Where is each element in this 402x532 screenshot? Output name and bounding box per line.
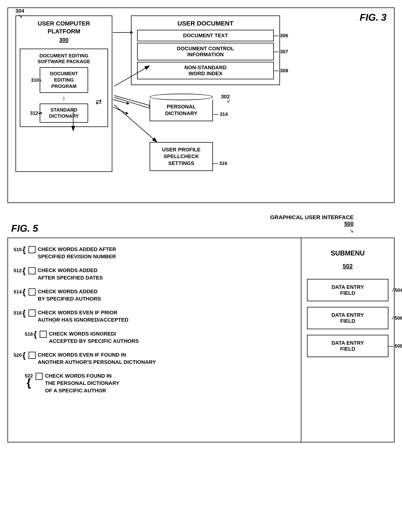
data-entry-508[interactable]: DATA ENTRYFIELD — 508 [307,335,388,357]
arrow-to-doc [113,32,131,33]
ref-308: — 308 [274,68,288,74]
fig5-label: FIG. 5 [11,223,38,234]
checkbox-row-518: 518{ CHECK WORDS IGNORED/ACCEPTED BY SPE… [25,330,295,345]
platform-title: USER COMPUTERPLATFORM [20,20,108,35]
checkbox-516[interactable] [28,310,36,317]
right-panel: SUBMENU 502 DATA ENTRYFIELD ⁄ 504 DATA E… [301,238,394,442]
standard-dict-box: STANDARDDICTIONARY 312↛ [40,103,88,123]
editing-program-title: DOCUMENTEDITINGPROGRAM [43,70,85,89]
editing-program-ref: 310​↖ [31,77,42,83]
text-516: CHECK WORDS EVEN IF PRIORAUTHOR HAS IGNO… [38,309,128,323]
checkbox-label-518: CHECK WORDS IGNORED/ACCEPTED BY SPECIFIC… [40,330,139,345]
ref-522: 522 { [25,373,33,386]
down-arrow-1: ↕ [24,93,104,103]
fig5-header: FIG. 5 GRAPHICAL USER INTERFACE 500 ↘ [7,214,395,234]
word-index-box: NON-STANDARDWORD INDEX — 308 [137,62,274,79]
checkbox-510[interactable] [28,246,36,253]
text-520: CHECK WORDS EVEN IF FOUND INANOTHER AUTH… [38,351,156,366]
ref-302-arrow: ↙ [227,98,231,103]
arrow-to-profile [113,107,128,107]
text-522: CHECK WORDS FOUND INTHE PERSONAL DICTION… [45,372,119,394]
text-510: CHECK WORDS ADDED AFTERSPECIFIED REVISIO… [38,246,116,260]
ref-510: 510{ [14,246,26,253]
gui-arrow: ↘ [270,228,354,234]
cylinder-body: PERSONALDICTIONARY — 314 [150,100,213,121]
page: FIG. 3 [7,7,395,443]
checkbox-label-510: CHECK WORDS ADDED AFTERSPECIFIED REVISIO… [28,246,116,260]
ref-307: — 307 [274,49,288,55]
checkbox-label-520: CHECK WORDS EVEN IF FOUND INANOTHER AUTH… [28,351,156,366]
fig3-section: FIG. 3 [7,7,395,203]
ref-512: 512{ [14,267,26,274]
ref-518: 518{ [25,331,37,337]
checkbox-518[interactable] [40,331,47,338]
standard-dict-title: STANDARDDICTIONARY [43,107,85,120]
doc-editing-title: DOCUMENT EDITINGSOFTWARE PACKAGE [24,53,104,64]
user-doc-box: USER DOCUMENT DOCUMENT TEXT — 306 DOCUME… [131,15,280,85]
checkbox-522[interactable] [36,373,43,380]
ref-516: 516{ [14,310,26,316]
text-518: CHECK WORDS IGNORED/ACCEPTED BY SPECIFIC… [49,330,139,345]
bidir-arrow: ⇄ [96,97,102,106]
submenu-title: SUBMENU [331,249,364,257]
fig3-diagram: USER COMPUTERPLATFORM 300 DOCUMENT EDITI… [15,15,387,183]
personal-dict-wrapper: 302 ↙ PERSONALDICTIONARY — 314 [150,94,213,121]
checkbox-row-516: 516{ CHECK WORDS EVEN IF PRIORAUTHOR HAS… [14,309,295,323]
checkbox-row-520: 520{ CHECK WORDS EVEN IF FOUND INANOTHER… [14,351,295,366]
doc-text-box: DOCUMENT TEXT — 306 [137,30,274,41]
doc-control-box: DOCUMENT CONTROLINFORMATION — 307 [137,43,274,60]
platform-number: 300 [20,37,108,43]
editing-program-box: DOCUMENTEDITINGPROGRAM 310​↖ [40,67,88,93]
fig5-main-box: 510{ CHECK WORDS ADDED AFTERSPECIFIED RE… [7,238,395,443]
ref-508: — 508 [388,343,402,349]
submenu-number: 502 [343,263,353,270]
checkbox-512[interactable] [28,267,36,274]
checkbox-label-522: CHECK WORDS FOUND INTHE PERSONAL DICTION… [36,372,119,394]
text-512: CHECK WORDS ADDEDAFTER SPECIFIED DATES [38,267,103,281]
data-entry-504[interactable]: DATA ENTRYFIELD ⁄ 504 [307,279,388,301]
left-panel: 510{ CHECK WORDS ADDED AFTERSPECIFIED RE… [8,238,301,442]
ref-520: 520{ [14,352,26,358]
gui-label-area: GRAPHICAL USER INTERFACE 500 ↘ [270,214,354,234]
checkbox-row-512: 512{ CHECK WORDS ADDEDAFTER SPECIFIED DA… [14,267,295,281]
gui-number: 500 [270,221,354,227]
ref-506: ⁄ 506 [393,315,402,321]
text-514: CHECK WORDS ADDEDBY SPECIFIED AUTHORS [38,288,101,302]
fig3-container: FIG. 3 [7,7,395,203]
user-doc-title: USER DOCUMENT [137,20,274,27]
user-profile-box: USER PROFILESPELLCHECKSETTINGS — 316 [150,142,213,171]
checkbox-label-512: CHECK WORDS ADDEDAFTER SPECIFIED DATES [28,267,103,281]
data-entry-506[interactable]: DATA ENTRYFIELD ⁄ 506 [307,307,388,329]
cylinder-top [150,94,213,100]
ref-314: — 314 [213,111,228,118]
gui-title: GRAPHICAL USER INTERFACE [270,214,354,221]
checkbox-row-514: 514{ CHECK WORDS ADDEDBY SPECIFIED AUTHO… [14,288,295,302]
fig5-section: FIG. 5 GRAPHICAL USER INTERFACE 500 ↘ 51… [7,214,395,443]
ref-316: — 316 [213,160,227,167]
checkbox-row-510: 510{ CHECK WORDS ADDED AFTERSPECIFIED RE… [14,246,295,260]
checkbox-520[interactable] [28,352,36,359]
doc-editing-box: DOCUMENT EDITINGSOFTWARE PACKAGE DOCUMEN… [20,49,108,127]
standard-dict-ref: 312↛ [30,110,42,116]
checkbox-514[interactable] [28,288,36,296]
checkbox-label-514: CHECK WORDS ADDEDBY SPECIFIED AUTHORS [28,288,101,302]
ref-304-arrow: ↘ [18,13,22,19]
ref-514: 514{ [14,289,26,295]
cylinder-personal-dict: PERSONALDICTIONARY — 314 [150,94,213,121]
platform-box: USER COMPUTERPLATFORM 300 DOCUMENT EDITI… [15,15,112,172]
checkbox-row-522: 522 { CHECK WORDS FOUND INTHE PERSONAL D… [25,372,295,394]
ref-504: ⁄ 504 [393,287,402,293]
arrow-to-personal [113,99,128,100]
ref-306: — 306 [274,33,288,38]
checkbox-label-516: CHECK WORDS EVEN IF PRIORAUTHOR HAS IGNO… [28,309,128,323]
